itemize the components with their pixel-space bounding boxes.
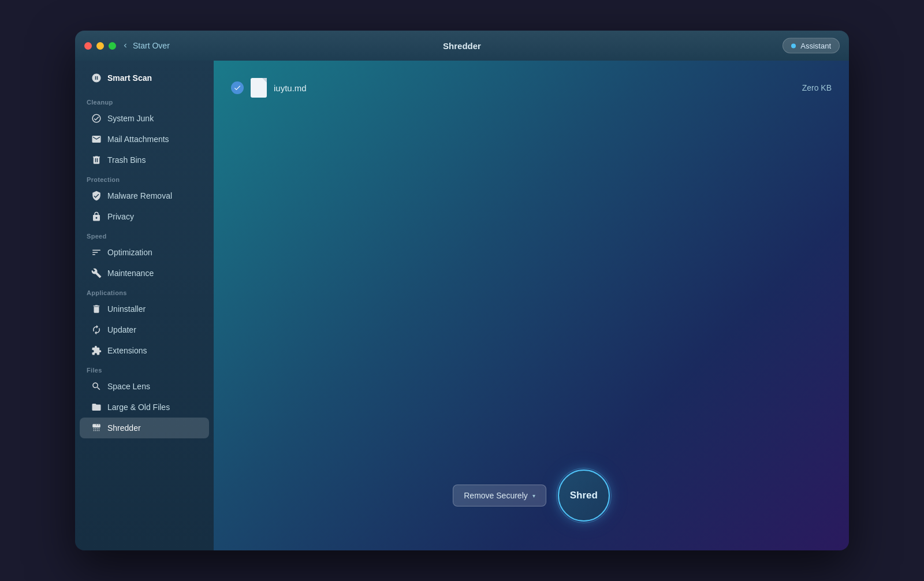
uninstaller-label: Uninstaller xyxy=(107,304,146,314)
cleanup-section-label: Cleanup xyxy=(75,93,214,108)
sidebar-item-large-old-files[interactable]: Large & Old Files xyxy=(80,397,209,418)
sidebar-item-uninstaller[interactable]: Uninstaller xyxy=(80,299,209,319)
updater-label: Updater xyxy=(107,325,136,334)
system-junk-icon xyxy=(91,113,102,124)
file-list: iuytu.md Zero KB xyxy=(214,61,849,452)
extensions-icon xyxy=(91,345,102,356)
file-size: Zero KB xyxy=(802,83,832,92)
speed-section-label: Speed xyxy=(75,227,214,242)
maintenance-label: Maintenance xyxy=(107,269,154,278)
trash-bins-icon xyxy=(91,155,102,165)
large-old-files-label: Large & Old Files xyxy=(107,403,170,412)
shredder-label: Shredder xyxy=(107,423,141,433)
sidebar-item-maintenance[interactable]: Maintenance xyxy=(80,263,209,284)
maintenance-icon xyxy=(91,268,102,278)
bottom-actions: Remove Securely ▾ Shred xyxy=(214,452,849,550)
sidebar-item-system-junk[interactable]: System Junk xyxy=(80,108,209,129)
minimize-button[interactable] xyxy=(96,42,104,50)
optimization-icon xyxy=(91,247,102,258)
protection-section-label: Protection xyxy=(75,170,214,185)
start-over-button[interactable]: Start Over xyxy=(121,41,170,50)
sidebar-item-malware-removal[interactable]: Malware Removal xyxy=(80,185,209,206)
maximize-button[interactable] xyxy=(109,42,116,50)
sidebar-item-updater[interactable]: Updater xyxy=(80,319,209,340)
large-old-files-icon xyxy=(91,402,102,412)
malware-removal-icon xyxy=(91,191,102,201)
trash-bins-label: Trash Bins xyxy=(107,155,146,165)
applications-section-label: Applications xyxy=(75,284,214,299)
content-area: iuytu.md Zero KB Remove Securely ▾ Shred xyxy=(214,61,849,550)
window-title: Shredder xyxy=(443,41,481,51)
traffic-lights xyxy=(84,42,116,50)
sidebar-item-smart-scan[interactable]: Smart Scan xyxy=(80,68,209,88)
chevron-left-icon xyxy=(121,42,129,50)
main-content: Smart Scan Cleanup System Junk Mail Atta… xyxy=(75,61,849,550)
mail-attachments-label: Mail Attachments xyxy=(107,135,169,144)
privacy-icon xyxy=(91,211,102,222)
remove-securely-label: Remove Securely xyxy=(464,491,528,500)
dropdown-arrow-icon: ▾ xyxy=(532,493,535,499)
titlebar-center: Shredder xyxy=(443,41,481,51)
privacy-label: Privacy xyxy=(107,212,134,221)
sidebar-item-space-lens[interactable]: Space Lens xyxy=(80,376,209,397)
space-lens-label: Space Lens xyxy=(107,382,150,391)
titlebar: Start Over Shredder Assistant xyxy=(75,31,849,61)
extensions-label: Extensions xyxy=(107,346,147,355)
shredder-icon xyxy=(91,423,102,433)
system-junk-label: System Junk xyxy=(107,114,154,123)
uninstaller-icon xyxy=(91,304,102,314)
table-row: iuytu.md Zero KB xyxy=(231,72,832,103)
space-lens-icon xyxy=(91,381,102,392)
sidebar-item-optimization[interactable]: Optimization xyxy=(80,242,209,263)
optimization-label: Optimization xyxy=(107,248,152,257)
sidebar-item-trash-bins[interactable]: Trash Bins xyxy=(80,150,209,170)
files-section-label: Files xyxy=(75,361,214,376)
sidebar-item-mail-attachments[interactable]: Mail Attachments xyxy=(80,129,209,150)
smart-scan-label: Smart Scan xyxy=(107,73,152,83)
remove-securely-button[interactable]: Remove Securely ▾ xyxy=(453,485,546,506)
file-type-icon xyxy=(251,78,267,98)
mail-attachments-icon xyxy=(91,134,102,144)
assistant-button[interactable]: Assistant xyxy=(783,38,840,54)
file-checkbox[interactable] xyxy=(231,81,244,94)
sidebar-item-shredder[interactable]: Shredder xyxy=(80,418,209,438)
close-button[interactable] xyxy=(84,42,92,50)
smart-scan-icon xyxy=(91,73,102,83)
sidebar-item-privacy[interactable]: Privacy xyxy=(80,206,209,227)
file-name: iuytu.md xyxy=(274,83,795,93)
main-window: Start Over Shredder Assistant Smart Scan… xyxy=(75,31,849,550)
shred-button[interactable]: Shred xyxy=(558,470,610,522)
sidebar: Smart Scan Cleanup System Junk Mail Atta… xyxy=(75,61,214,550)
malware-removal-label: Malware Removal xyxy=(107,191,172,200)
updater-icon xyxy=(91,325,102,335)
assistant-status-dot xyxy=(791,43,796,48)
sidebar-item-extensions[interactable]: Extensions xyxy=(80,340,209,361)
shred-label: Shred xyxy=(570,490,598,501)
start-over-label: Start Over xyxy=(133,41,170,50)
assistant-label: Assistant xyxy=(800,42,831,50)
check-icon xyxy=(233,84,241,92)
